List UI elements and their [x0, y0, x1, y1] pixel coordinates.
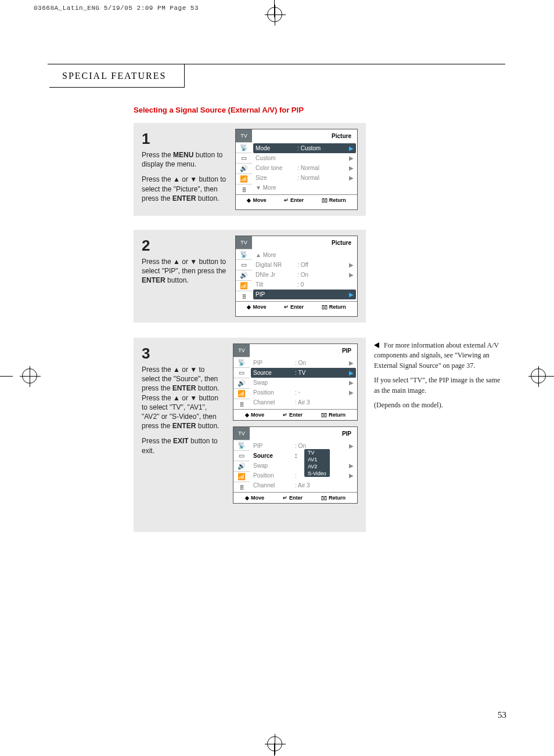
source-popup: TV AV1 AV2 S-Video — [304, 449, 330, 477]
osd-source-label: TV — [236, 129, 252, 142]
popup-item-tv: TV — [304, 449, 330, 456]
registration-mark — [267, 736, 282, 751]
crop-mark — [0, 376, 13, 377]
osd-source-label: TV — [236, 236, 252, 249]
sound-icon: 🔊 — [236, 270, 252, 280]
text-bold: MENU — [173, 151, 193, 159]
step-number: 3 — [142, 343, 225, 364]
picture-icon: ▭ — [233, 450, 250, 461]
channel-icon: 📶 — [233, 471, 250, 482]
hint-return: ▯▯ Return — [321, 412, 346, 418]
osd-row-pip: PIP▶ — [253, 290, 356, 299]
page-number: 53 — [498, 710, 506, 720]
osd-footer: ◆ Move ↵ Enter ▯▯ Return — [233, 409, 357, 420]
popup-item-svideo: S-Video — [304, 470, 330, 477]
osd-row-mode: Mode: Custom▶ — [253, 143, 356, 153]
osd-row-tilt: Tilt: 0 — [256, 280, 354, 290]
setup-icon: 🎚 — [236, 291, 252, 301]
note-text: For more information about external A/V … — [374, 341, 499, 370]
osd-footer: ◆ Move ↵ Enter ▯▯ Return — [233, 492, 357, 503]
osd-picture-menu-2: TV Picture 📡 ▭ 🔊 📶 🎚 ▲ More Digital NR: … — [235, 236, 358, 317]
osd-icon-column: 📡 ▭ 🔊 📶 🎚 — [236, 249, 252, 301]
osd-source-label: TV — [233, 344, 250, 357]
setup-icon: 🎚 — [233, 482, 250, 492]
hint-move: ◆ Move — [245, 412, 264, 418]
note-text: (Depends on the model). — [374, 400, 505, 410]
osd-row-size: Size: Normal▶ — [256, 173, 354, 183]
chapter-title: SPECIAL FEATURES — [62, 71, 166, 81]
osd-row-position: Position: ▫▶ — [253, 388, 354, 397]
step-2: 2 Press the ▲ or ▼ button to select "PIP… — [134, 230, 366, 323]
step-number: 2 — [142, 236, 227, 256]
input-icon: 📡 — [233, 440, 250, 450]
text-bold: ENTER — [172, 422, 196, 430]
step-2-text: 2 Press the ▲ or ▼ button to select "PIP… — [142, 236, 227, 317]
hint-enter: ↵ Enter — [283, 412, 303, 418]
osd-source-label: TV — [233, 427, 250, 440]
osd-row-source: Source: TV▶ — [251, 368, 356, 378]
side-note: For more information about external A/V … — [374, 341, 505, 415]
popup-item-av2: AV2 — [304, 463, 330, 470]
hint-return: ▯▯ Return — [322, 197, 346, 203]
text: Press the — [142, 151, 173, 159]
input-icon: 📡 — [233, 357, 250, 367]
text-bold: ENTER — [172, 194, 196, 202]
osd-pip-menu-a: TV PIP 📡 ▭ 🔊 📶 🎚 PIP: On▶ Source: TV▶ Sw… — [233, 343, 358, 421]
osd-title: PIP — [250, 431, 357, 437]
osd-title: PIP — [250, 348, 357, 354]
hint-move: ◆ Move — [247, 304, 266, 310]
osd-icon-column: 📡 ▭ 🔊 📶 🎚 — [233, 357, 250, 409]
hint-return: ▯▯ Return — [321, 495, 346, 501]
hint-enter: ↵ Enter — [283, 495, 303, 501]
hint-enter: ↵ Enter — [284, 304, 304, 310]
text: Press the ▲ or ▼ button to select "PIP",… — [142, 258, 226, 275]
text-bold: ENTER — [172, 384, 196, 392]
osd-row-custom: Custom▶ — [256, 153, 354, 163]
osd-row-swap: Swap▶ — [253, 461, 354, 471]
osd-title: Picture — [252, 240, 357, 246]
osd-row-channel: Channel: Air 3 — [253, 480, 354, 490]
osd-title: Picture — [252, 133, 357, 139]
pointer-left-icon — [374, 342, 379, 348]
osd-icon-column: 📡 ▭ 🔊 📶 🎚 — [233, 440, 250, 492]
hint-enter: ↵ Enter — [284, 197, 304, 203]
section-title: Selecting a Signal Source (External A/V)… — [134, 106, 304, 114]
text: button. — [166, 276, 189, 284]
setup-icon: 🎚 — [236, 184, 252, 194]
sound-icon: 🔊 — [236, 163, 252, 173]
text-bold: ENTER — [142, 276, 166, 284]
osd-row-dnie: DNIe Jr: On▶ — [256, 270, 354, 280]
osd-row-source: Source: — [253, 451, 354, 461]
osd-footer: ◆ Move ↵ Enter ▯▯ Return — [236, 194, 357, 205]
note-text: If you select "TV", the PIP image is the… — [374, 375, 505, 396]
step-3-text: 3 Press the ▲ or ▼ to select the "Source… — [142, 343, 225, 526]
osd-row-channel: Channel: Air 3 — [253, 397, 354, 407]
setup-icon: 🎚 — [233, 399, 250, 409]
picture-icon: ▭ — [236, 153, 252, 163]
osd-row-position: Position:▶ — [253, 471, 354, 480]
sound-icon: 🔊 — [233, 378, 250, 388]
hint-move: ◆ Move — [245, 495, 264, 501]
osd-row-colortone: Color tone: Normal▶ — [256, 163, 354, 173]
channel-icon: 📶 — [236, 280, 252, 291]
step-1-text: 1 Press the MENU button to display the m… — [142, 129, 227, 210]
text: Press the — [142, 437, 173, 445]
osd-icon-column: 📡 ▭ 🔊 📶 🎚 — [236, 142, 252, 194]
osd-row-more: ▲ More — [256, 250, 354, 260]
osd-pip-menu-b: TV PIP 📡 ▭ 🔊 📶 🎚 PIP: On▶ Source: Swap▶ … — [233, 426, 358, 504]
osd-row-dnr: Digital NR: Off▶ — [256, 260, 354, 270]
osd-footer: ◆ Move ↵ Enter ▯▯ Return — [236, 301, 357, 312]
chapter-heading-box: SPECIAL FEATURES — [49, 64, 185, 88]
registration-mark — [22, 368, 37, 384]
picture-icon: ▭ — [236, 259, 252, 270]
osd-picture-menu: TV Picture 📡 ▭ 🔊 📶 🎚 Mode: Custom▶ Custo… — [235, 129, 358, 210]
osd-row-pip: PIP: On▶ — [253, 358, 354, 368]
osd-row-swap: Swap▶ — [253, 378, 354, 388]
hint-return: ▯▯ Return — [322, 304, 346, 310]
registration-mark — [267, 7, 282, 22]
print-header: 03668A_Latin_ENG 5/19/05 2:09 PM Page 53 — [34, 5, 199, 12]
channel-icon: 📶 — [233, 388, 250, 399]
channel-icon: 📶 — [236, 173, 252, 184]
text: button. — [196, 422, 219, 430]
sound-icon: 🔊 — [233, 461, 250, 471]
